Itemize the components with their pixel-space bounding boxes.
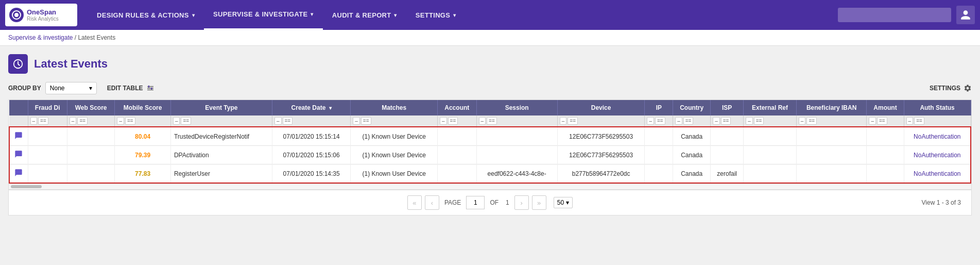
filter-event-type-2[interactable]: == [181, 117, 191, 125]
brand-name: OneSpan [27, 8, 59, 16]
filter-event-type[interactable]: – [173, 117, 180, 125]
account-cell [438, 164, 476, 184]
nav-supervise[interactable]: SUPERVISE & INVESTIGATE ▾ [204, 0, 323, 30]
col-mobile-score[interactable]: Mobile Score [115, 100, 171, 115]
nav-settings[interactable]: SETTINGS ▾ [406, 0, 466, 30]
fraud-di-cell [28, 164, 67, 184]
edit-table-button[interactable]: EDIT TABLE [107, 84, 154, 92]
filter-isp-2[interactable]: == [721, 117, 731, 125]
action-cell[interactable] [9, 127, 28, 146]
mobile-score-cell: 79.39 [115, 146, 171, 164]
settings-button[interactable]: SETTINGS [930, 84, 972, 92]
mobile-score-cell: 80.04 [115, 127, 171, 146]
filter-ext-ref[interactable]: – [746, 117, 753, 125]
filter-account-2[interactable]: == [448, 117, 458, 125]
col-external-ref[interactable]: External Ref [744, 100, 797, 115]
logo[interactable]: OneSpan Risk Analytics [5, 4, 77, 26]
col-device[interactable]: Device [557, 100, 645, 115]
filter-country-2[interactable]: == [683, 117, 694, 125]
user-icon[interactable] [956, 6, 975, 24]
filter-web-score-2[interactable]: == [77, 117, 88, 125]
auth-status-cell: NoAuthentication [904, 127, 971, 146]
filter-amount-2[interactable]: == [877, 117, 887, 125]
filter-session[interactable]: – [479, 117, 486, 125]
breadcrumb-parent[interactable]: Supervise & investigate [8, 34, 73, 41]
filter-device[interactable]: – [560, 117, 567, 125]
filter-matches-2[interactable]: == [361, 117, 371, 125]
chevron-down-icon: ▾ [394, 12, 397, 18]
isp-cell: zerofail [711, 164, 744, 184]
col-event-type[interactable]: Event Type [170, 100, 272, 115]
filter-mobile-score-2[interactable]: == [125, 117, 135, 125]
filter-fraud-di-2[interactable]: == [38, 117, 48, 125]
filter-country[interactable]: – [675, 117, 682, 125]
col-country[interactable]: Country [673, 100, 711, 115]
event-type-cell[interactable]: RegisterUser [170, 164, 272, 184]
table-row[interactable]: 77.83RegisterUser07/01/2020 15:14:35(1) … [9, 164, 971, 184]
nav-design-rules[interactable]: DESIGN RULES & ACTIONS ▾ [88, 0, 204, 30]
filter-session-2[interactable]: == [487, 117, 497, 125]
nav-right [838, 6, 975, 24]
action-cell[interactable] [9, 164, 28, 184]
filter-account[interactable]: – [440, 117, 447, 125]
col-account[interactable]: Account [438, 100, 476, 115]
group-by-select[interactable]: None ▾ [45, 82, 97, 94]
col-ip[interactable]: IP [645, 100, 673, 115]
filter-device-2[interactable]: == [568, 117, 578, 125]
breadcrumb: Supervise & investigate / Latest Events [0, 30, 980, 46]
last-page-button[interactable]: » [532, 195, 546, 210]
col-auth-status[interactable]: Auth Status [904, 100, 971, 115]
col-session[interactable]: Session [476, 100, 557, 115]
horizontal-scrollbar[interactable] [9, 184, 971, 190]
filter-isp[interactable]: – [713, 117, 720, 125]
filter-auth-2[interactable]: == [914, 117, 924, 125]
col-beneficiary-iban[interactable]: Beneficiary IBAN [796, 100, 867, 115]
group-by-label: GROUP BY [8, 85, 41, 92]
filter-amount[interactable]: – [869, 117, 876, 125]
col-amount[interactable]: Amount [867, 100, 904, 115]
web-score-cell [67, 164, 115, 184]
col-matches[interactable]: Matches [351, 100, 438, 115]
table-row[interactable]: 80.04TrustedDeviceRegisterNotif07/01/202… [9, 127, 971, 146]
event-type-cell[interactable]: DPActivation [170, 146, 272, 164]
edit-table-icon [146, 84, 154, 92]
filter-ext-ref-2[interactable]: == [754, 117, 764, 125]
filter-date[interactable]: – [274, 117, 282, 125]
prev-page-button[interactable]: ‹ [425, 195, 439, 210]
brand-sub: Risk Analytics [27, 16, 59, 22]
filter-iban[interactable]: – [799, 117, 806, 125]
filter-date-2[interactable]: == [283, 117, 293, 125]
filter-iban-2[interactable]: == [806, 117, 817, 125]
svg-point-1 [14, 13, 19, 17]
col-fraud-di[interactable]: Fraud Di [28, 100, 67, 115]
col-isp[interactable]: ISP [711, 100, 744, 115]
amount-cell [867, 164, 904, 184]
session-cell [476, 127, 557, 146]
table-row[interactable]: 79.39DPActivation07/01/2020 15:15:06(1) … [9, 146, 971, 164]
first-page-button[interactable]: « [407, 195, 422, 210]
device-cell: b277b58964772e0dc [557, 164, 645, 184]
filter-web-score[interactable]: – [70, 117, 77, 125]
mobile-score-cell: 77.83 [115, 164, 171, 184]
action-cell[interactable] [9, 146, 28, 164]
filter-mobile-score[interactable]: – [117, 117, 124, 125]
filter-ip-2[interactable]: == [655, 117, 665, 125]
fraud-di-cell [28, 146, 67, 164]
filter-matches[interactable]: – [353, 117, 360, 125]
event-type-cell[interactable]: TrustedDeviceRegisterNotif [170, 127, 272, 146]
scrollbar-thumb[interactable] [11, 185, 42, 188]
next-page-button[interactable]: › [514, 195, 529, 210]
chevron-down-icon: ▾ [566, 199, 569, 206]
page-icon [8, 54, 28, 74]
col-create-date[interactable]: Create Date ▾ [272, 100, 350, 115]
page-size-select[interactable]: 50 ▾ [554, 197, 573, 208]
isp-cell [711, 146, 744, 164]
col-web-score[interactable]: Web Score [67, 100, 115, 115]
page-input[interactable] [466, 196, 485, 209]
filter-fraud-di[interactable]: – [30, 117, 38, 125]
filter-ip[interactable]: – [647, 117, 654, 125]
nav-audit[interactable]: AUDIT & REPORT ▾ [323, 0, 406, 30]
filter-auth[interactable]: – [906, 117, 914, 125]
amount-cell [867, 146, 904, 164]
table-filter-row: –== –== –== –== –== –== –== –== –== –== … [9, 115, 971, 127]
